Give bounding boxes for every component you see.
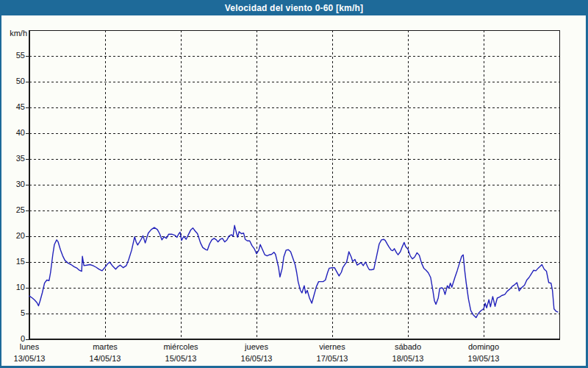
chart-window: Velocidad del viento 0-60 [km/h] km/h 05… bbox=[0, 0, 588, 368]
wind-speed-line bbox=[29, 225, 558, 317]
chart-canvas bbox=[0, 0, 588, 368]
